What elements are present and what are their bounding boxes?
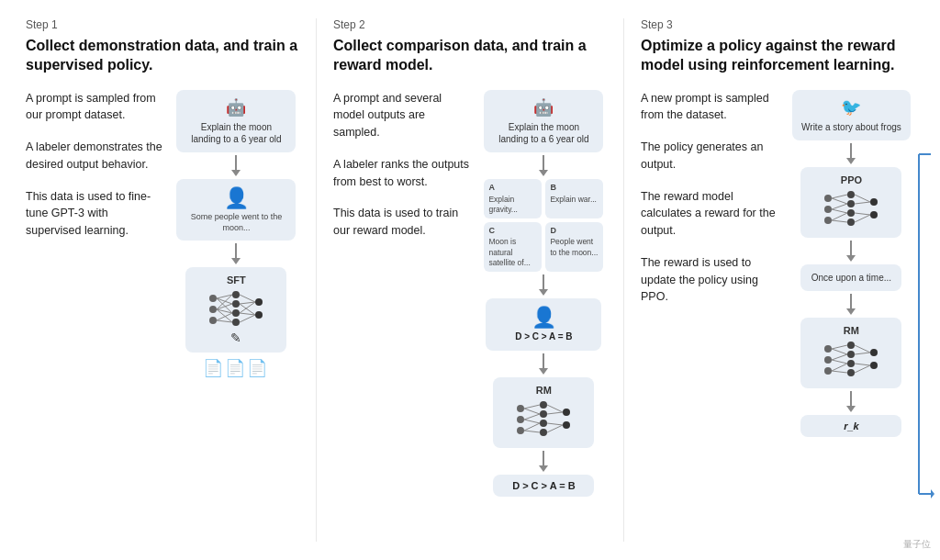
svg-point-63 <box>824 356 832 364</box>
arrow2 <box>231 243 241 264</box>
step1-content: A prompt is sampled from our prompt data… <box>26 90 299 379</box>
svg-point-1 <box>209 306 217 313</box>
arrow-line8 <box>850 241 852 255</box>
ppo-network-box: PPO <box>800 167 901 238</box>
reward-label: r_k <box>844 420 859 431</box>
svg-line-60 <box>855 213 870 215</box>
svg-line-38 <box>524 431 540 432</box>
arrow-line4 <box>543 274 544 289</box>
step3-label: Step 3 <box>641 18 673 31</box>
rm2-network-svg <box>819 340 883 381</box>
step1-label: Step 1 <box>26 18 58 31</box>
svg-point-26 <box>517 427 524 434</box>
option-b-text: Explain war... <box>550 195 599 205</box>
arrow-head3 <box>539 170 548 176</box>
docs-icons: 📄📄📄 <box>203 358 269 378</box>
step1-person-box: 👤 Some people went to the moon... <box>176 179 296 241</box>
step2-label: Step 2 <box>333 18 365 31</box>
svg-point-4 <box>232 300 240 308</box>
step2-network-label: RM <box>502 385 585 396</box>
svg-line-74 <box>832 360 847 364</box>
step1-title: Collect demonstration data, and train a … <box>26 37 299 75</box>
step2-network-box: RM <box>493 377 594 448</box>
step2-diagram: 🤖 Explain the moon landing to a 6 year o… <box>481 90 607 497</box>
person-icon2: 👤 <box>493 306 594 330</box>
rank-text: D > C > A = B <box>493 330 594 343</box>
option-a-letter: A <box>488 183 537 194</box>
option-d: D People went to the moon... <box>545 222 603 272</box>
arrow9 <box>846 294 856 315</box>
arrow-line7 <box>850 143 852 158</box>
step1-prompt-text: Explain the moon landing to a 6 year old <box>185 121 286 145</box>
step1-column: Step 1 Collect demonstration data, and t… <box>9 18 317 542</box>
arrow-line2 <box>235 243 237 258</box>
step1-person-label: Some people went to the moon... <box>184 212 288 233</box>
svg-line-77 <box>855 345 870 353</box>
svg-marker-83 <box>931 489 934 498</box>
svg-line-78 <box>855 353 870 354</box>
ppo-network-label: PPO <box>810 174 892 185</box>
step2-texts: A prompt and several model outputs are s… <box>333 90 472 497</box>
step3-texts: A new prompt is sampled from the dataset… <box>641 90 779 437</box>
main-container: Step 1 Collect demonstration data, and t… <box>0 0 940 560</box>
svg-point-69 <box>870 349 878 356</box>
svg-point-5 <box>232 309 240 317</box>
svg-line-75 <box>832 364 847 371</box>
svg-line-52 <box>832 195 847 198</box>
step2-text-3: This data is used to train our reward mo… <box>333 205 472 240</box>
step3-diagram: 🐦 Write a story about frogs PPO <box>789 90 914 437</box>
step1-prompt-box: 🤖 Explain the moon landing to a 6 year o… <box>176 90 296 152</box>
svg-line-40 <box>547 412 563 414</box>
svg-point-7 <box>255 298 263 306</box>
step1-network-box: SFT <box>185 267 286 353</box>
rm-network-svg <box>511 399 576 441</box>
svg-line-73 <box>832 354 847 360</box>
svg-line-35 <box>524 414 540 420</box>
edit-pencil-icon: ✎ <box>195 330 277 345</box>
arrow-head9 <box>846 308 856 315</box>
step2-title: Collect comparison data, and train a rew… <box>333 37 607 75</box>
svg-point-29 <box>540 420 547 427</box>
svg-point-62 <box>824 345 832 353</box>
step1-text-3: This data is used to fine-tune GPT-3 wit… <box>26 188 164 240</box>
svg-point-44 <box>824 206 832 213</box>
svg-line-58 <box>855 195 870 202</box>
svg-line-18 <box>240 295 255 302</box>
svg-point-2 <box>209 317 217 324</box>
svg-point-48 <box>847 209 855 217</box>
svg-point-70 <box>870 362 878 369</box>
arrow-head <box>231 170 241 176</box>
arrow10 <box>846 391 856 412</box>
svg-line-16 <box>217 313 232 320</box>
ppo-loop-arrow <box>914 145 934 503</box>
step2-column: Step 2 Collect comparison data, and trai… <box>317 18 624 542</box>
step3-output-box: Once upon a time... <box>800 264 901 291</box>
svg-point-3 <box>232 291 240 298</box>
svg-point-46 <box>847 191 855 198</box>
step2-person-box: 👤 D > C > A = B <box>486 298 601 351</box>
svg-point-68 <box>847 369 855 376</box>
rm-network-label: RM <box>810 325 892 336</box>
arrow-head6 <box>539 465 548 472</box>
arrow-line6 <box>543 451 544 465</box>
svg-line-41 <box>547 423 563 425</box>
step1-network-label: SFT <box>195 274 277 286</box>
svg-line-79 <box>855 364 870 365</box>
step3-prompt-text: Write a story about frogs <box>801 121 901 133</box>
svg-point-8 <box>255 311 263 319</box>
svg-point-25 <box>517 416 524 423</box>
arrow1 <box>231 155 241 176</box>
option-c-letter: C <box>488 226 537 237</box>
svg-line-72 <box>832 349 847 354</box>
svg-point-49 <box>847 218 855 226</box>
rm-network-box: RM <box>800 318 901 388</box>
svg-point-64 <box>824 367 832 375</box>
svg-point-24 <box>517 405 524 412</box>
svg-line-61 <box>855 215 870 222</box>
svg-line-54 <box>832 204 847 209</box>
option-c: C Moon is natural satellite of... <box>484 222 542 272</box>
step2-content: A prompt and several model outputs are s… <box>333 90 607 497</box>
svg-line-33 <box>524 405 540 409</box>
step1-text-2: A labeler demonstrates the desired outpu… <box>26 139 164 174</box>
arrow-line10 <box>850 391 852 406</box>
